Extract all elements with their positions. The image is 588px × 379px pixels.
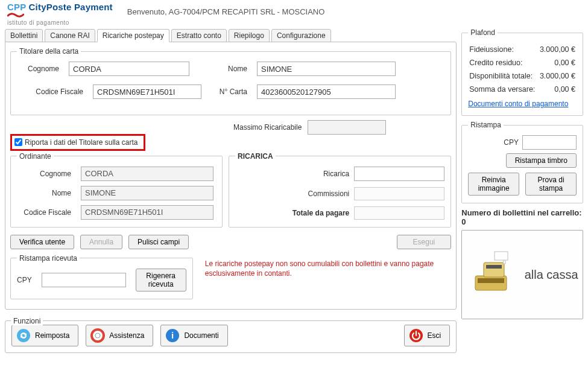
tab-canone-rai[interactable]: Canone RAI (45, 29, 95, 42)
plafond-fieldset: Plafond Fideiussione:3.000,00 € Credito … (461, 28, 583, 116)
ristampa-ricevuta-fieldset: Ristampa ricevuta CPY Rigenera ricevuta (10, 254, 193, 299)
esci-button[interactable]: Esci (404, 325, 450, 346)
verifica-utente-button[interactable]: Verifica utente (10, 235, 74, 249)
titolare-cf-input[interactable] (93, 84, 201, 99)
svg-rect-10 (495, 252, 508, 260)
plafond-row: Credito residuo:0,00 € (468, 56, 577, 69)
ordinante-cognome-input (81, 167, 213, 181)
wave-icon (7, 12, 113, 19)
alla-cassa-label: alla cassa (525, 268, 578, 282)
brand-logo: CPP CityPoste Payment istituto di pagame… (7, 2, 113, 26)
titolare-numcarta-label: N° Carta (211, 88, 247, 96)
tab-bollettini[interactable]: Bollettini (5, 29, 43, 42)
lifebuoy-icon (90, 328, 106, 343)
svg-rect-7 (478, 278, 504, 283)
plafond-row: Disponibilità totale:3.000,00 € (468, 69, 577, 83)
assistenza-button[interactable]: Assistenza (86, 325, 153, 346)
svg-text:i: i (171, 330, 174, 340)
plafond-row: Fideiussione:3.000,00 € (468, 43, 577, 56)
pulisci-campi-button[interactable]: Pulisci campi (128, 235, 189, 249)
riporta-label: Riporta i dati del Titolare sulla carta (25, 138, 138, 147)
welcome-text: Benvenuto, AG-7004/PCM RECAPITI SRL - MO… (127, 7, 325, 16)
svg-point-0 (17, 329, 30, 342)
ristampa-ricevuta-cpy-input[interactable] (42, 273, 126, 287)
titolare-cognome-input[interactable] (69, 62, 189, 76)
ricarica-input[interactable] (354, 167, 444, 181)
massimo-input (308, 120, 386, 135)
titolare-nome-label: Nome (211, 65, 247, 73)
ordinante-cf-label: Codice Fiscale (17, 208, 71, 217)
annulla-button[interactable]: Annulla (80, 235, 122, 249)
titolare-cognome-label: Cognome (17, 65, 59, 73)
ricarica-label: Ricarica (265, 170, 349, 178)
cash-register-icon (467, 248, 519, 302)
tab-estratto-conto[interactable]: Estratto conto (171, 29, 227, 42)
riporta-highlight: Riporta i dati del Titolare sulla carta (10, 134, 145, 151)
prova-di-stampa-button[interactable]: Prova di stampa (525, 173, 577, 196)
tab-riepilogo[interactable]: Riepilogo (229, 29, 270, 42)
ristampa-timbro-button[interactable]: Ristampa timbro (506, 153, 577, 168)
alla-cassa-button[interactable]: alla cassa (461, 230, 583, 319)
reimposta-button[interactable]: Reimposta (11, 325, 78, 346)
power-icon (408, 328, 424, 343)
titolare-nome-input[interactable] (257, 62, 396, 76)
documenti-conto-link[interactable]: Documenti conto di pagamento (468, 100, 568, 108)
riporta-checkbox[interactable] (14, 138, 22, 146)
funzioni-legend: Funzioni (11, 317, 43, 325)
rigenera-ricevuta-button[interactable]: Rigenera ricevuta (136, 269, 186, 291)
totale-label: Totale da pagare (265, 209, 349, 217)
tab-configurazione[interactable]: Configurazione (271, 29, 331, 42)
totale-value (354, 206, 444, 220)
svg-rect-8 (484, 263, 504, 277)
tabs: Bollettini Canone RAI Ricariche postepay… (5, 28, 457, 42)
info-icon: i (165, 328, 180, 343)
plafond-row: Somma da versare:0,00 € (468, 83, 577, 96)
ordinante-cognome-label: Cognome (17, 170, 71, 178)
tab-ricariche-postepay[interactable]: Ricariche postepay (97, 29, 169, 42)
postepay-warning: Le ricariche postepay non sono cumulabil… (205, 259, 449, 278)
ricarica-fieldset: RICARICA Ricarica Commissioni Totale da … (229, 152, 451, 228)
svg-point-2 (95, 333, 100, 338)
titolare-numcarta-input[interactable] (257, 84, 396, 99)
refresh-icon (16, 328, 31, 343)
ristampa-cpy-input[interactable] (522, 135, 577, 150)
massimo-label: Massimo Ricaricabile (233, 123, 302, 132)
ristampa-cpy-label: CPY (504, 138, 519, 147)
ordinante-fieldset: Ordinante Cognome Nome Codice Fiscale (10, 152, 223, 228)
ristampa-ricevuta-cpy-label: CPY (17, 276, 32, 284)
ristampa-fieldset: Ristampa CPY Ristampa timbro Reinvia imm… (461, 121, 583, 203)
titolare-cf-label: Codice Fiscale (17, 88, 83, 96)
commissioni-value (354, 187, 444, 200)
ordinante-nome-input (81, 186, 213, 200)
ordinante-cf-input (81, 205, 213, 220)
reinvia-immagine-button[interactable]: Reinvia immagine (468, 173, 519, 196)
commissioni-label: Commissioni (265, 190, 349, 198)
esegui-button[interactable]: Esegui (397, 235, 452, 249)
documenti-button[interactable]: i Documenti (160, 325, 227, 346)
cart-title: Numero di bollettini nel carrello: 0 (461, 208, 583, 226)
titolare-fieldset: Titolare della carta Cognome Nome Codice… (10, 47, 451, 115)
ordinante-nome-label: Nome (17, 189, 71, 197)
svg-rect-9 (486, 265, 502, 269)
